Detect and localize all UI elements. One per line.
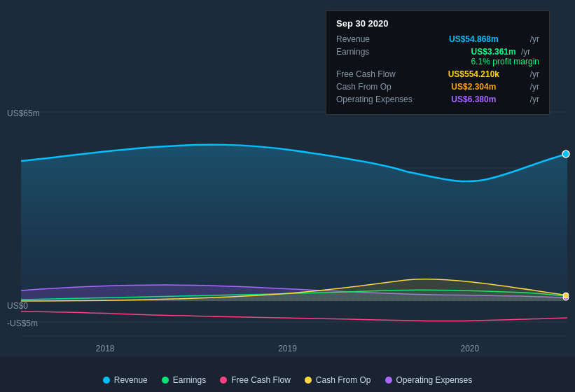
tooltip-cashfromop-unit: /yr [530,82,539,92]
legend-earnings-label: Earnings [173,375,206,385]
legend-revenue-dot [103,377,110,384]
tooltip-profit-margin: 6.1% profit margin [471,57,539,66]
legend-cashfromop-label: Cash From Op [316,375,371,385]
tooltip-cashfromop-label: Cash From Op [336,82,420,92]
tooltip-earnings-unit: /yr [521,47,530,57]
tooltip-revenue-row: Revenue US$54.868m /yr [336,34,539,44]
legend-fcf[interactable]: Free Cash Flow [220,375,291,385]
tooltip-earnings-row: Earnings US$3.361m /yr 6.1% profit margi… [336,47,539,66]
legend-revenue-label: Revenue [114,375,148,385]
tooltip-opex-value: US$6.380m [451,94,496,104]
legend-earnings[interactable]: Earnings [162,375,206,385]
legend-fcf-label: Free Cash Flow [231,375,291,385]
y-axis-top: US$65m [7,108,40,118]
tooltip-fcf-row: Free Cash Flow US$554.210k /yr [336,69,539,79]
legend: Revenue Earnings Free Cash Flow Cash Fro… [0,375,575,385]
tooltip-revenue-unit: /yr [530,34,539,44]
legend-opex[interactable]: Operating Expenses [385,375,473,385]
tooltip-opex-unit: /yr [530,94,539,104]
y-axis-neg: -US$5m [7,318,38,328]
legend-fcf-dot [220,377,227,384]
legend-cashfromop-dot [305,377,312,384]
tooltip-fcf-label: Free Cash Flow [336,69,420,79]
legend-opex-label: Operating Expenses [396,375,473,385]
revenue-dot [562,150,569,158]
x-axis: 2018 2019 2020 [0,344,575,354]
x-label-2019: 2019 [278,344,297,354]
tooltip-cashfromop-value: US$2.304m [451,82,496,92]
tooltip-earnings-label: Earnings [336,47,420,57]
tooltip-opex-row: Operating Expenses US$6.380m /yr [336,94,539,104]
x-label-2020: 2020 [460,344,479,354]
legend-revenue[interactable]: Revenue [103,375,148,385]
tooltip-cashfromop-row: Cash From Op US$2.304m /yr [336,82,539,92]
legend-earnings-dot [162,377,169,384]
tooltip-earnings-value: US$3.361m [471,47,516,57]
tooltip-fcf-value: US$554.210k [448,69,499,79]
tooltip-revenue-value: US$54.868m [449,34,499,44]
tooltip: Sep 30 2020 Revenue US$54.868m /yr Earni… [326,10,550,115]
cashfromop-dot [563,293,569,298]
y-axis-zero: US$0 [7,301,28,311]
tooltip-fcf-unit: /yr [530,69,539,79]
legend-opex-dot [385,377,392,384]
x-label-2018: 2018 [96,344,115,354]
legend-cashfromop[interactable]: Cash From Op [305,375,371,385]
tooltip-revenue-label: Revenue [336,34,420,44]
tooltip-opex-label: Operating Expenses [336,94,420,104]
tooltip-title: Sep 30 2020 [336,18,539,29]
